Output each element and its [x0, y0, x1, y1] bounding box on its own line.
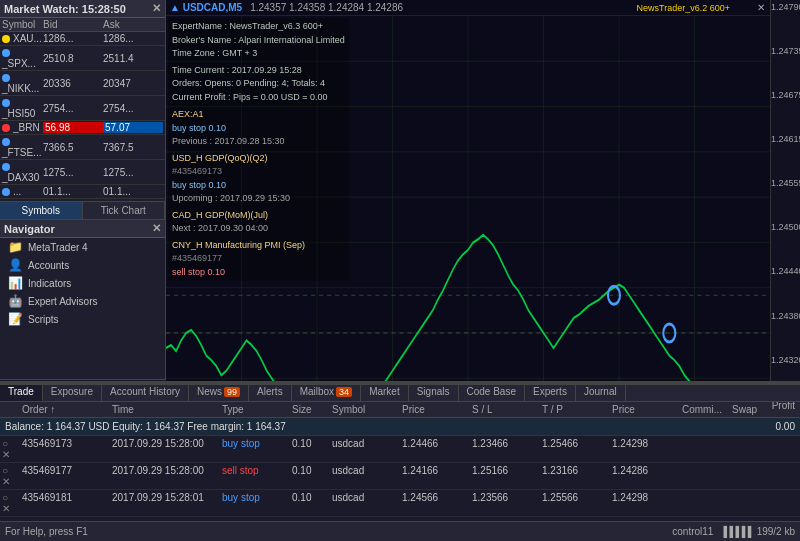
- order-tp: 1.23166: [542, 465, 612, 476]
- col-commission: Commi...: [682, 404, 732, 415]
- col-bid: Bid: [43, 19, 103, 30]
- order-type: buy stop: [222, 492, 292, 503]
- col-order[interactable]: Order ↑: [22, 404, 112, 415]
- symbol-name: _HSI50: [2, 97, 43, 119]
- order-rows: ○ 435469173 2017.09.29 15:28:00 buy stop…: [0, 436, 800, 517]
- market-watch-tabs: Symbols Tick Chart: [0, 201, 165, 219]
- table-row[interactable]: ○ 435469177 2017.09.29 15:28:00 sell sto…: [0, 463, 800, 490]
- order-close-button[interactable]: ✕: [2, 476, 22, 487]
- ask-price: 2754...: [103, 103, 163, 114]
- nav-label: Expert Advisors: [28, 296, 97, 307]
- terminal-content: Order ↑ Time Type Size Symbol Price S / …: [0, 402, 800, 518]
- terminal-tab-mailbox[interactable]: Mailbox34: [292, 383, 361, 401]
- price-1: 1.24790: [771, 2, 800, 12]
- order-close-button[interactable]: ✕: [2, 503, 22, 514]
- table-row[interactable]: ○ 435469173 2017.09.29 15:28:00 buy stop…: [0, 436, 800, 463]
- navigator-item[interactable]: 📊Indicators: [0, 274, 165, 292]
- order-tp: 1.25566: [542, 492, 612, 503]
- terminal-tab-journal[interactable]: Journal: [576, 383, 626, 401]
- news-indicator: NewsTrader_v6.2 600+: [637, 3, 730, 13]
- terminal-tab-codebase[interactable]: Code Base: [459, 383, 525, 401]
- col-time: Time: [112, 404, 222, 415]
- ask-price: 57.07: [103, 122, 163, 133]
- terminal-tab-alerts[interactable]: Alerts: [249, 383, 292, 401]
- navigator-item[interactable]: 🤖Expert Advisors: [0, 292, 165, 310]
- col-price2: Price: [612, 404, 682, 415]
- order-symbol: usdcad: [332, 438, 402, 449]
- price-8: 1.24380: [771, 311, 800, 321]
- bid-price: 2510.8: [43, 53, 103, 64]
- chart-symbol: ▲ USDCAD,M5: [170, 2, 242, 13]
- price-4: 1.24615: [771, 134, 800, 144]
- terminal-tabs: Trade Exposure Account History News99 Al…: [0, 383, 800, 402]
- terminal-tab-signals[interactable]: Signals: [409, 383, 459, 401]
- status-memory: ▌▌▌▌▌ 199/2 kb: [723, 526, 795, 537]
- market-watch-row[interactable]: _SPX... 2510.8 2511.4: [0, 46, 165, 71]
- price-9: 1.24320: [771, 355, 800, 365]
- nav-label: MetaTrader 4: [28, 242, 88, 253]
- ask-price: 2511.4: [103, 53, 163, 64]
- col-type: Type: [222, 404, 292, 415]
- col-sl: S / L: [472, 404, 542, 415]
- symbol-name: ...: [2, 186, 43, 197]
- balance-row: Balance: 1 164.37 USD Equity: 1 164.37 F…: [0, 418, 800, 436]
- navigator-title: Navigator: [4, 223, 55, 235]
- terminal-tab-experts[interactable]: Experts: [525, 383, 576, 401]
- chart-close[interactable]: ✕: [757, 2, 765, 13]
- order-symbol: usdcad: [332, 465, 402, 476]
- news-badge: 99: [224, 387, 240, 397]
- terminal-tab-trade[interactable]: Trade: [0, 383, 43, 402]
- market-watch-row[interactable]: _FTSE... 7366.5 7367.5: [0, 135, 165, 160]
- market-watch-row[interactable]: XAU... 1286... 1286...: [0, 32, 165, 46]
- navigator-header: Navigator ✕: [0, 220, 165, 238]
- nav-label: Scripts: [28, 314, 59, 325]
- order-size: 0.10: [292, 438, 332, 449]
- navigator-close[interactable]: ✕: [152, 222, 161, 235]
- market-watch-rows: XAU... 1286... 1286... _SPX... 2510.8 25…: [0, 32, 165, 199]
- order-size: 0.10: [292, 492, 332, 503]
- tab-symbols[interactable]: Symbols: [0, 202, 83, 219]
- order-current-price: 1.24298: [612, 438, 682, 449]
- col-ask: Ask: [103, 19, 163, 30]
- table-row[interactable]: ○ 435469181 2017.09.29 15:28:01 buy stop…: [0, 490, 800, 517]
- order-close-button[interactable]: ✕: [2, 449, 22, 460]
- market-watch-row[interactable]: _HSI50 2754... 2754...: [0, 96, 165, 121]
- market-watch-row[interactable]: _DAX30 1275... 1275...: [0, 160, 165, 185]
- order-type: sell stop: [222, 465, 292, 476]
- terminal-tab-news[interactable]: News99: [189, 383, 249, 401]
- terminal-panel: Trade Exposure Account History News99 Al…: [0, 381, 800, 521]
- order-time: 2017.09.29 15:28:00: [112, 438, 222, 449]
- order-time: 2017.09.29 15:28:01: [112, 492, 222, 503]
- market-watch-panel: Market Watch: 15:28:50 ✕ Symbol Bid Ask …: [0, 0, 166, 220]
- nav-icon: 👤: [8, 258, 23, 272]
- order-type: buy stop: [222, 438, 292, 449]
- order-tp: 1.25466: [542, 438, 612, 449]
- price-2: 1.24735: [771, 46, 800, 56]
- price-3: 1.24675: [771, 90, 800, 100]
- price-5: 1.24555: [771, 178, 800, 188]
- market-watch-row[interactable]: _BRN 56.98 57.07: [0, 121, 165, 135]
- symbol-name: XAU...: [2, 33, 43, 44]
- market-watch-row[interactable]: ... 01.1... 01.1...: [0, 185, 165, 199]
- market-watch-title: Market Watch: 15:28:50: [4, 3, 126, 15]
- nav-icon: 📊: [8, 276, 23, 290]
- tab-tick-chart[interactable]: Tick Chart: [83, 202, 166, 219]
- col-checkbox: [2, 404, 22, 415]
- terminal-resize-handle[interactable]: [0, 381, 800, 385]
- navigator-item[interactable]: 📝Scripts: [0, 310, 165, 328]
- market-watch-columns: Symbol Bid Ask: [0, 18, 165, 32]
- bid-price: 20336: [43, 78, 103, 89]
- market-watch-row[interactable]: _NIKK... 20336 20347: [0, 71, 165, 96]
- navigator-item[interactable]: 👤Accounts: [0, 256, 165, 274]
- order-id: 435469177: [22, 465, 112, 476]
- ask-price: 7367.5: [103, 142, 163, 153]
- status-bar: For Help, press F1 control11 ▌▌▌▌▌ 199/2…: [0, 521, 800, 541]
- terminal-tab-exposure[interactable]: Exposure: [43, 383, 102, 401]
- terminal-tab-market[interactable]: Market: [361, 383, 409, 401]
- nav-icon: 📝: [8, 312, 23, 326]
- navigator-item[interactable]: 📁MetaTrader 4: [0, 238, 165, 256]
- market-watch-close[interactable]: ✕: [152, 2, 161, 15]
- status-right: control11 ▌▌▌▌▌ 199/2 kb: [672, 526, 795, 537]
- terminal-tab-account-history[interactable]: Account History: [102, 383, 189, 401]
- status-info: control11: [672, 526, 713, 537]
